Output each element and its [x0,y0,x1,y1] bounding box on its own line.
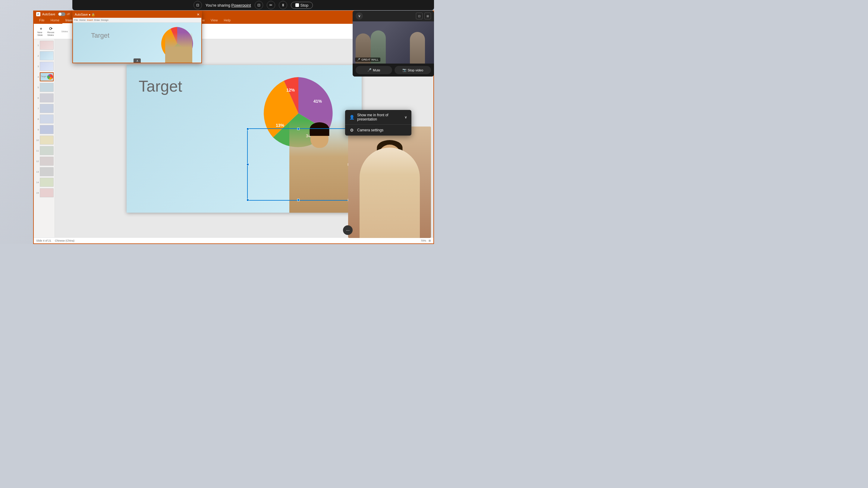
toggle-track[interactable] [58,12,65,16]
context-menu-item-show-me[interactable]: 👤 Show me in front of presentation ∨ [345,110,411,124]
slide-thumb-10[interactable]: 10 [34,135,54,145]
slide-thumb-4[interactable]: 4 Target [34,72,54,82]
reuse-slides-icon: ⟳ [49,27,53,31]
slide-thumb-11[interactable]: 11 [34,146,54,156]
teams-sharing-bar: ⊡ You're sharing Powerpoint ⊡ ✏ ⏸ Stop [72,0,434,10]
mute-icon: 🎤 [367,68,372,72]
slide-title: Target [138,77,182,95]
toolbar-slides-group: + New Slide ⟳ Reuse Slides Slides [35,26,75,37]
preview-collapse-button[interactable]: ∧ [133,59,141,63]
preview-menu-draw[interactable]: Draw [94,19,100,22]
tab-home[interactable]: Home [48,17,62,24]
camera-layout-buttons: ⊡ ⊞ [416,13,431,19]
slide-canvas[interactable]: Target 41% 34% 13% 12% [127,65,362,213]
camera-layout-grid[interactable]: ⊞ [424,13,431,19]
camera-settings-label: Camera settings [357,128,383,132]
slide-thumb-9[interactable]: 9 [34,125,54,134]
slide-thumbnail-3 [40,62,54,71]
preview-menu-design[interactable]: Design [101,19,108,22]
preview-title: AutoSave ● 🔒 [75,13,95,16]
selection-box[interactable] [247,128,350,201]
tab-view[interactable]: View [208,17,221,24]
slide-thumb-2[interactable]: 2 [34,51,54,61]
handle-bl[interactable] [247,199,249,201]
autosave-toggle[interactable]: off [58,12,70,16]
handle-tl[interactable] [247,128,249,130]
preview-slide-content: Target ∧ [73,23,201,63]
preview-titlebar: AutoSave ● 🔒 ✕ [73,11,201,18]
show-me-icon: 👤 [349,115,354,120]
slide-thumb-15[interactable]: 15 [34,188,54,198]
preview-menu-home[interactable]: Home [79,19,86,22]
stop-sharing-button[interactable]: Stop [291,2,313,9]
toggle-thumb [59,13,61,16]
new-slide-icon: + [40,27,42,31]
slide-thumb-7[interactable]: 7 [34,104,54,113]
more-options-button[interactable]: ··· [343,225,352,235]
slide-thumbnail-1 [40,41,54,50]
statusbar-right: 70% ⊞ [421,239,431,242]
slide-thumbnail-15 [40,188,54,197]
camera-name-badge: 🎤 GREAT WALL [355,58,380,62]
slide-thumb-3[interactable]: 3 [34,61,54,71]
slide-thumb-5[interactable]: 5 [34,83,54,92]
camera-video: 🎤 GREAT WALL [352,22,434,64]
camera-collapse-button[interactable]: ∨ [355,12,363,20]
mic-icon: 🎤 [357,58,360,61]
context-menu-item-camera[interactable]: ⚙ Camera settings [345,125,411,135]
slide-thumbnail-5 [40,83,54,92]
new-slide-button[interactable]: + New Slide [36,26,46,37]
camera-panel: ∨ ⊡ ⊞ 🎤 GREAT WALL 🎤 Mute 📷 Stop video [352,10,434,76]
preview-menu-file[interactable]: File [74,19,78,22]
context-menu: 👤 Show me in front of presentation ∨ ⚙ C… [345,110,411,135]
handle-tm[interactable] [297,128,300,130]
camera-video-content: 🎤 GREAT WALL [352,22,434,64]
handle-bm[interactable] [297,199,300,201]
preview-menu-insert[interactable]: Insert [87,19,93,22]
slide-thumb-13[interactable]: 13 [34,167,54,176]
svg-text:12%: 12% [286,88,295,93]
mute-button[interactable]: 🎤 Mute [355,66,392,74]
language-info: Chinese (China) [55,239,74,242]
show-me-label: Show me in front of presentation [357,113,401,121]
slide-thumbnail-14 [40,178,54,187]
camera-controls: 🎤 Mute 📷 Stop video [352,64,434,76]
slide-thumbnail-10 [40,135,54,144]
screen-share-icon[interactable]: ⊡ [255,1,263,9]
tab-file[interactable]: File [36,17,48,24]
sharing-text: You're sharing Powerpoint [206,3,251,7]
slide-thumb-14[interactable]: 14 [34,177,54,187]
annotate-icon[interactable]: ✏ [267,1,275,9]
autosave-label: AutoSave [42,13,55,16]
slide-thumb-8[interactable]: 8 [34,114,54,124]
tab-help[interactable]: Help [221,17,234,24]
slide-info: Slide 4 of 21 [36,239,51,242]
camera-settings-icon: ⚙ [349,128,354,133]
presenter-video-content [348,127,431,238]
slide-panel: 1 2 3 4 Target [34,39,55,238]
video-person-3 [410,32,425,64]
slide-thumbnail-4-active: Target [40,72,54,82]
reuse-slides-button[interactable]: ⟳ Reuse Slides [46,26,56,37]
slide-thumbnail-6 [40,93,54,102]
ppt-statusbar: Slide 4 of 21 Chinese (China) 70% ⊞ [34,237,433,243]
pause-icon[interactable]: ⏸ [279,1,287,9]
video-background [352,22,434,64]
slide-thumbnail-9 [40,125,54,134]
preview-close-button[interactable]: ✕ [197,13,199,17]
ppt-icon: P [36,12,40,16]
teams-share-icon[interactable]: ⊡ [193,1,202,9]
presenter-body [360,148,420,238]
slide-thumb-6[interactable]: 6 [34,93,54,103]
camera-participant-name: GREAT WALL [361,58,378,61]
handle-ml[interactable] [247,163,249,166]
svg-text:13%: 13% [276,123,284,128]
preview-ribbon: File Home Insert Draw Design [73,18,201,23]
zoom-slider[interactable]: ⊞ [429,239,431,242]
svg-text:41%: 41% [313,99,322,104]
stop-video-icon: 📷 [402,68,407,72]
slide-thumb-12[interactable]: 12 [34,156,54,166]
camera-layout-single[interactable]: ⊡ [416,13,423,19]
stop-video-button[interactable]: 📷 Stop video [395,66,431,74]
slide-thumb-1[interactable]: 1 [34,40,54,50]
